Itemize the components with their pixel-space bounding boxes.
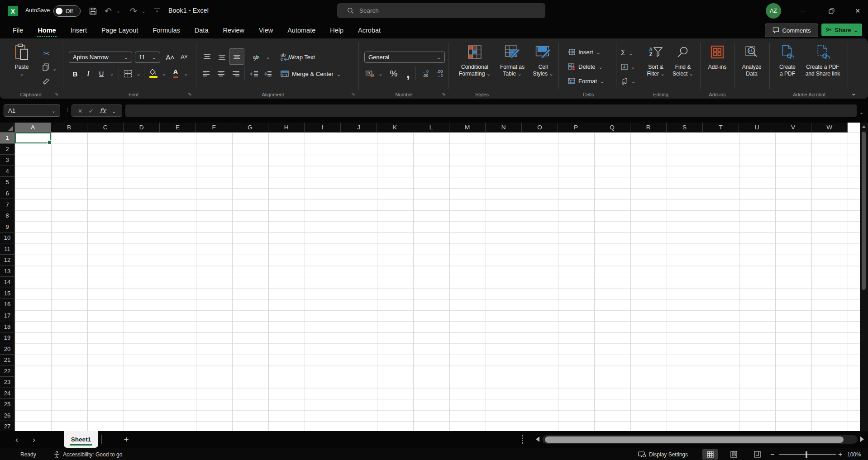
number-format-combobox[interactable]: General [364,52,445,63]
accounting-format-button[interactable] [364,67,376,80]
column-header-o[interactable]: O [522,123,558,133]
underline-dropdown[interactable] [109,67,115,80]
row-header-8[interactable]: 8 [0,210,15,222]
cancel-entry-button[interactable] [78,107,83,115]
save-button[interactable] [87,5,99,16]
column-header-m[interactable]: M [449,123,486,133]
select-all-corner[interactable] [0,123,15,133]
cut-button[interactable]: ✂ [43,47,49,60]
copy-button[interactable] [43,60,49,74]
scroll-right-arrow-icon[interactable] [860,436,864,442]
tab-review[interactable]: Review [215,22,252,38]
formula-input[interactable] [125,104,857,117]
redo-button[interactable] [128,5,139,16]
next-sheet-button[interactable]: › [28,434,40,446]
column-header-e[interactable]: E [160,123,196,133]
tab-acrobat[interactable]: Acrobat [351,22,388,38]
clear-button[interactable] [621,78,635,85]
autosum-button[interactable] [621,49,633,57]
row-header-9[interactable]: 9 [0,221,15,232]
tab-formulas[interactable]: Formulas [145,22,187,38]
create-pdf-button[interactable]: Create a PDF [775,42,800,77]
zoom-level[interactable]: 100% [847,448,861,460]
selected-cell-a1[interactable] [15,133,51,143]
row-header-4[interactable]: 4 [0,166,15,177]
row-header-18[interactable]: 18 [0,321,15,332]
merge-center-button[interactable]: Merge & Center [281,67,341,80]
row-header-24[interactable]: 24 [0,388,15,399]
column-header-d[interactable]: D [124,123,160,133]
row-header-26[interactable]: 26 [0,410,15,422]
column-header-n[interactable]: N [486,123,522,133]
align-right-button[interactable] [230,67,241,80]
row-header-19[interactable]: 19 [0,332,15,344]
new-sheet-button[interactable] [120,434,132,446]
row-header-13[interactable]: 13 [0,266,15,277]
tab-file[interactable]: File [5,22,30,38]
column-header-t[interactable]: T [703,123,739,133]
vertical-scrollbar[interactable] [860,123,868,431]
add-ins-button[interactable]: Add-ins [704,42,730,71]
row-header-25[interactable]: 25 [0,399,15,410]
row-header-1[interactable]: 1 [0,133,15,144]
font-name-combobox[interactable]: Aptos Narrow [69,52,132,63]
number-dialog-launcher[interactable] [442,91,447,97]
increase-font-size-button[interactable] [164,50,176,64]
font-color-button[interactable]: A [170,66,181,78]
row-header-2[interactable]: 2 [0,144,15,155]
display-settings-button[interactable]: Display Settings [638,448,688,460]
zoom-in-button[interactable]: + [838,448,842,460]
decrease-decimal-button[interactable]: .00→0 [434,67,446,80]
middle-align-button[interactable] [216,50,227,64]
format-as-table-button[interactable]: Format as Table [496,42,529,77]
row-header-6[interactable]: 6 [0,188,15,199]
sort-filter-button[interactable]: AZ Sort & Filter [643,42,669,77]
italic-button[interactable] [84,67,92,80]
row-header-21[interactable]: 21 [0,355,15,366]
accounting-format-dropdown[interactable] [377,67,384,80]
vertical-scrollbar-thumb[interactable] [862,132,866,290]
top-align-button[interactable] [201,50,212,64]
orientation-button[interactable]: ab [249,50,262,64]
comments-button[interactable]: Comments [765,24,818,37]
expand-formula-bar-button[interactable] [859,108,863,116]
share-button[interactable]: Share [821,24,862,36]
fill-button[interactable] [621,63,635,70]
column-header-j[interactable]: J [341,123,377,133]
close-button[interactable] [847,0,868,22]
zoom-slider-thumb[interactable] [806,451,807,458]
row-header-17[interactable]: 17 [0,310,15,322]
font-color-dropdown[interactable] [183,67,189,80]
column-header-v[interactable]: V [775,123,811,133]
font-dialog-launcher[interactable] [188,91,193,97]
increase-indent-button[interactable] [262,67,273,80]
confirm-entry-button[interactable] [89,107,94,115]
cell-styles-button[interactable]: Cell Styles [529,42,557,77]
column-header-g[interactable]: G [232,123,268,133]
row-header-10[interactable]: 10 [0,232,15,244]
scroll-up-arrow-icon[interactable] [862,125,866,128]
format-cells-button[interactable]: Format [568,78,604,85]
underline-button[interactable] [97,67,106,80]
column-header-r[interactable]: R [630,123,667,133]
collapse-ribbon-button[interactable] [851,89,857,97]
row-header-3[interactable]: 3 [0,155,15,166]
paste-button[interactable]: Paste [12,42,32,77]
column-header-k[interactable]: K [377,123,413,133]
row-header-23[interactable]: 23 [0,377,15,388]
insert-cells-button[interactable]: Insert [568,49,601,56]
clipboard-dialog-launcher[interactable] [55,91,60,97]
create-pdf-share-button[interactable]: Create a PDF and Share link [800,42,845,77]
column-header-p[interactable]: P [558,123,594,133]
sheet-tab-sheet1[interactable]: Sheet1 [64,431,98,448]
decrease-indent-button[interactable] [248,67,260,80]
delete-cells-button[interactable]: Delete [568,63,603,70]
horizontal-scrollbar[interactable] [542,435,858,444]
find-select-button[interactable]: Find & Select [670,42,696,77]
redo-dropdown[interactable] [140,5,147,16]
zoom-out-button[interactable]: − [770,448,774,460]
fill-color-dropdown[interactable] [161,67,167,80]
row-header-12[interactable]: 12 [0,255,15,266]
column-header-s[interactable]: S [667,123,703,133]
column-header-l[interactable]: L [413,123,449,133]
